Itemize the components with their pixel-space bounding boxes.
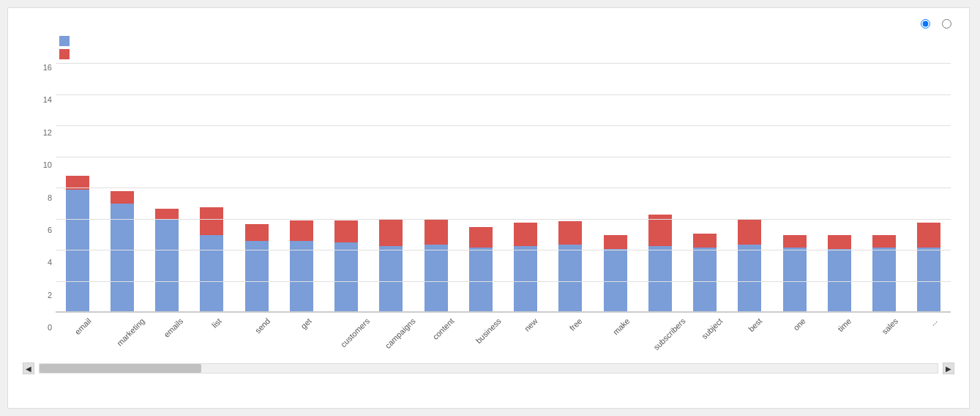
bar-red	[514, 223, 537, 246]
bar-group	[235, 224, 278, 311]
bar-blue	[828, 249, 851, 311]
bar-red	[200, 207, 223, 235]
bar-blue	[66, 190, 89, 311]
bar-group	[818, 235, 861, 311]
bar-group	[190, 207, 233, 311]
bar-blue	[469, 248, 493, 311]
bar-red	[648, 215, 672, 246]
bar-blue	[604, 249, 627, 311]
bar-red	[783, 235, 807, 248]
bar-red	[290, 220, 313, 241]
bar-blue	[379, 246, 403, 311]
bar-blue	[111, 204, 134, 311]
type-total-radio[interactable]	[921, 19, 933, 29]
bar-group	[325, 220, 368, 311]
bar-group	[728, 220, 771, 311]
legend-color-blue	[59, 36, 70, 46]
scroll-left-button[interactable]: ◀	[23, 363, 34, 374]
scrollbar-thumb[interactable]	[40, 364, 201, 373]
bar-red	[828, 235, 851, 249]
bar-group	[773, 235, 816, 311]
bar-group	[684, 234, 727, 311]
bar-red	[558, 221, 582, 245]
y-label-2: 2	[26, 291, 52, 300]
bar-blue	[334, 242, 358, 311]
bar-group	[414, 220, 457, 311]
y-label-16: 16	[26, 63, 52, 72]
bar-group	[280, 220, 323, 311]
chart-header	[23, 19, 954, 29]
bar-group	[459, 227, 502, 311]
y-label-12: 12	[26, 128, 52, 137]
grid-and-bars	[56, 63, 951, 312]
x-label-item: customers	[325, 313, 368, 354]
y-axis: 16 14 12 10 8 6 4 2 0	[26, 63, 52, 332]
bar-blue	[155, 220, 179, 311]
bar-blue	[872, 248, 896, 311]
bar-red	[334, 220, 358, 242]
bar-red	[155, 209, 179, 220]
bar-blue	[783, 248, 807, 311]
bar-blue	[245, 241, 269, 311]
bar-group	[549, 221, 592, 311]
y-label-10: 10	[26, 160, 52, 169]
x-label-item: free	[549, 313, 592, 354]
bar-blue	[693, 248, 717, 311]
bar-red	[66, 176, 89, 190]
y-label-4: 4	[26, 258, 52, 267]
bar-blue	[648, 246, 672, 311]
bar-group	[863, 235, 906, 311]
type-selector	[912, 19, 954, 29]
bar-group	[638, 215, 681, 311]
bar-red	[111, 191, 134, 204]
legend	[59, 36, 954, 59]
bar-group	[56, 176, 99, 311]
bar-red	[379, 220, 403, 246]
y-label-14: 14	[26, 95, 52, 104]
bar-group	[504, 223, 547, 311]
chart-container: 16 14 12 10 8 6 4 2 0	[7, 7, 970, 409]
bar-red	[738, 220, 761, 245]
bar-red	[693, 234, 717, 248]
bar-red	[917, 223, 940, 248]
scrollbar-area: ◀ ▶	[23, 360, 954, 377]
bar-group	[594, 235, 637, 311]
bar-blue	[917, 248, 940, 311]
bar-blue	[200, 235, 223, 311]
bar-red	[604, 235, 627, 249]
bar-blue	[514, 246, 537, 311]
x-labels-row: emailmarketingemailslistsendgetcustomers…	[56, 313, 951, 354]
x-label-item: send	[235, 313, 278, 354]
bar-red	[469, 227, 493, 248]
legend-item-blue	[59, 36, 954, 46]
chart-area: 16 14 12 10 8 6 4 2 0	[56, 63, 951, 354]
bar-blue	[738, 245, 761, 311]
bar-group	[370, 220, 413, 311]
y-label-6: 6	[26, 226, 52, 234]
x-label-text: ...	[927, 316, 959, 348]
scroll-right-button[interactable]: ▶	[943, 363, 954, 374]
x-label-item: make	[594, 313, 637, 354]
scrollbar-track[interactable]	[39, 363, 938, 374]
x-label-item: email	[56, 313, 99, 354]
bar-blue	[558, 245, 582, 311]
y-label-0: 0	[26, 323, 52, 332]
bar-group	[908, 223, 951, 311]
type-used-radio[interactable]	[942, 19, 954, 29]
bar-red	[245, 224, 269, 241]
bar-group	[100, 191, 143, 311]
bar-blue	[424, 245, 448, 311]
bar-red	[424, 220, 448, 245]
bar-blue	[290, 241, 313, 311]
legend-color-red	[59, 49, 70, 59]
y-label-8: 8	[26, 193, 52, 202]
bars-row	[56, 63, 951, 312]
x-label-item: one	[773, 313, 816, 354]
x-label-item: time	[818, 313, 861, 354]
bar-group	[146, 209, 189, 311]
x-label-item: sales	[863, 313, 906, 354]
legend-item-red	[59, 49, 954, 59]
bar-red	[872, 235, 896, 248]
